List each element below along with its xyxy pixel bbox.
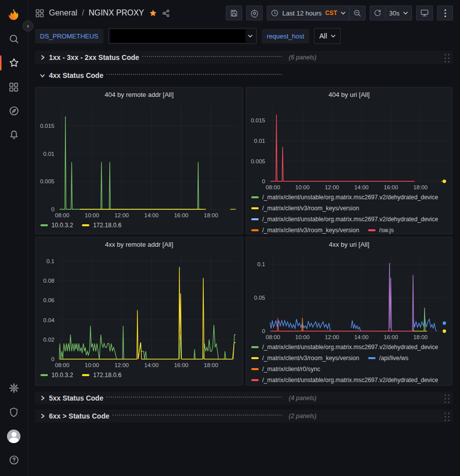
legend-series-label: /api/live/ws bbox=[379, 355, 409, 362]
panel-title: 404 by remote addr [All] bbox=[104, 91, 173, 98]
legend-item[interactable]: /_matrix/client/r0/sync bbox=[251, 366, 320, 373]
apps-grid-icon bbox=[35, 8, 44, 18]
refresh-controls: 30s bbox=[370, 5, 412, 20]
kebab-menu-icon bbox=[444, 9, 447, 17]
legend-item[interactable]: /sw.js bbox=[368, 227, 394, 234]
dashboard-toolbar: Last 12 hours CST 30s bbox=[226, 5, 453, 20]
gear-icon bbox=[250, 9, 259, 17]
row-header-5xx[interactable]: 5xx Status Code (4 panels) bbox=[35, 392, 453, 405]
svg-text:0.01: 0.01 bbox=[43, 151, 54, 157]
legend-series-label: /_matrix/client/unstable/org.matrix.msc2… bbox=[262, 344, 438, 351]
legend-item[interactable]: /_matrix/client/unstable/org.matrix.msc2… bbox=[251, 216, 438, 223]
sidebar-item-search[interactable] bbox=[0, 27, 27, 51]
panel-404-by-remote-addr: 404 by remote addr [All] 00.0050.010.015… bbox=[35, 87, 243, 234]
time-series-canvas[interactable]: 00.050.108:0010:0012:0014:0016:0018:00 bbox=[246, 251, 452, 342]
chevron-right-icon bbox=[39, 395, 46, 401]
sidebar-item-starred[interactable] bbox=[0, 51, 27, 75]
panel-header[interactable]: 4xx by remote addr [All] bbox=[35, 237, 243, 251]
row-header-6xx[interactable]: 6xx > Status Code (2 panels) bbox=[35, 410, 453, 423]
svg-text:10:00: 10:00 bbox=[295, 334, 310, 340]
legend-item[interactable]: /_matrix/client/unstable/org.matrix.msc2… bbox=[251, 344, 438, 351]
svg-text:0.015: 0.015 bbox=[40, 123, 54, 129]
svg-text:08:00: 08:00 bbox=[55, 212, 69, 218]
time-series-canvas[interactable]: 00.0050.010.01508:0010:0012:0014:0016:00… bbox=[35, 101, 243, 220]
legend-item[interactable]: 10.0.3.2 bbox=[40, 222, 73, 229]
time-range-label: Last 12 hours bbox=[282, 9, 322, 17]
sidebar: › bbox=[0, 0, 28, 476]
legend-item[interactable]: 172.18.0.6 bbox=[82, 372, 121, 379]
datasource-variable-label[interactable]: DS_PROMETHEUS bbox=[35, 29, 103, 43]
zoom-out-time-button[interactable] bbox=[350, 5, 366, 20]
sidebar-item-configuration[interactable] bbox=[0, 376, 27, 400]
sidebar-item-server-admin[interactable] bbox=[0, 400, 27, 424]
legend-item[interactable]: /_matrix/client/unstable/org.matrix.msc2… bbox=[251, 377, 438, 384]
time-series-canvas[interactable]: 00.020.040.060.080.108:0010:0012:0014:00… bbox=[35, 251, 243, 370]
star-filled-icon[interactable] bbox=[149, 9, 157, 17]
cycle-view-mode-button[interactable] bbox=[416, 5, 433, 20]
svg-text:14:00: 14:00 bbox=[144, 212, 159, 218]
legend-item[interactable]: 10.0.3.2 bbox=[40, 372, 73, 379]
row-panel-count: (6 panels) bbox=[289, 54, 317, 61]
panel-header[interactable]: 404 by uri [All] bbox=[246, 87, 452, 101]
dashboard-title[interactable]: NGINX PROXY bbox=[88, 8, 144, 17]
legend-series-swatch bbox=[40, 224, 48, 226]
legend-series-label: 10.0.3.2 bbox=[51, 222, 73, 229]
svg-text:0.08: 0.08 bbox=[43, 278, 54, 284]
sidebar-item-explore[interactable] bbox=[0, 99, 27, 123]
legend-series-swatch bbox=[40, 374, 48, 376]
sidebar-item-dashboards[interactable] bbox=[0, 75, 27, 99]
svg-text:0.04: 0.04 bbox=[43, 317, 55, 323]
clock-icon bbox=[271, 9, 279, 17]
settings-gear-icon bbox=[8, 383, 19, 394]
svg-text:0: 0 bbox=[262, 328, 265, 334]
row-drag-handle-icon[interactable] bbox=[443, 52, 450, 62]
breadcrumb-folder[interactable]: General bbox=[49, 8, 77, 17]
refresh-button[interactable] bbox=[370, 5, 386, 20]
panel-title: 404 by uri [All] bbox=[329, 91, 370, 98]
time-range-picker[interactable]: Last 12 hours CST bbox=[267, 5, 350, 20]
legend-item[interactable]: 172.18.0.6 bbox=[82, 222, 121, 229]
time-series-canvas[interactable]: 00.0050.010.01508:0010:0012:0014:0016:00… bbox=[246, 101, 452, 192]
chevron-down-icon bbox=[39, 72, 46, 78]
panel-404-by-uri: 404 by uri [All] 00.0050.010.01508:0010:… bbox=[246, 87, 453, 234]
legend-item[interactable]: /_matrix/client/v3/room_keys/version bbox=[251, 205, 359, 212]
sidebar-item-help[interactable] bbox=[0, 448, 27, 472]
sidebar-item-alerting[interactable] bbox=[0, 123, 27, 147]
refresh-interval-dropdown[interactable]: 30s bbox=[386, 5, 412, 20]
row-header-1xx-3xx-2xx[interactable]: 1xx - 3xx - 2xx Status Code (6 panels) bbox=[35, 51, 453, 64]
legend-item[interactable]: /_matrix/client/v3/room_keys/version bbox=[251, 355, 359, 362]
row-header-4xx[interactable]: 4xx Status Code bbox=[35, 69, 453, 82]
request-host-variable-select[interactable]: All bbox=[314, 28, 341, 44]
help-icon bbox=[8, 455, 19, 466]
chevron-down-icon bbox=[341, 11, 346, 14]
legend-item[interactable]: /api/live/ws bbox=[368, 355, 409, 362]
legend-series-swatch bbox=[251, 357, 259, 359]
svg-text:12:00: 12:00 bbox=[114, 362, 129, 368]
chevron-down-icon bbox=[331, 34, 336, 37]
svg-text:0.1: 0.1 bbox=[257, 261, 265, 267]
shield-icon bbox=[8, 407, 19, 418]
chevron-down-icon bbox=[248, 34, 253, 37]
svg-text:0: 0 bbox=[262, 178, 265, 184]
kebab-menu-button[interactable] bbox=[437, 5, 453, 20]
legend-item[interactable]: /_matrix/client/v3/room_keys/version bbox=[251, 227, 359, 234]
request-host-variable-value: All bbox=[319, 32, 327, 40]
legend-series-swatch bbox=[251, 379, 259, 381]
share-icon[interactable] bbox=[162, 9, 170, 17]
row-drag-handle-icon[interactable] bbox=[443, 393, 450, 403]
refresh-interval-label: 30s bbox=[389, 9, 400, 17]
sidebar-expand-button[interactable]: › bbox=[22, 20, 33, 31]
sidebar-item-profile[interactable] bbox=[0, 424, 27, 448]
datasource-variable-select[interactable] bbox=[108, 28, 257, 44]
legend-item[interactable]: /_matrix/client/unstable/org.matrix.msc2… bbox=[251, 194, 438, 201]
legend-series-swatch bbox=[251, 346, 259, 348]
panel-header[interactable]: 4xx by uri [All] bbox=[246, 237, 452, 251]
row-drag-handle-icon[interactable] bbox=[443, 411, 450, 421]
dashboard-settings-button[interactable] bbox=[246, 5, 263, 20]
request-host-variable-label[interactable]: request_host bbox=[262, 29, 309, 43]
save-dashboard-button[interactable] bbox=[226, 5, 242, 20]
grafana-logo-icon bbox=[6, 8, 21, 23]
svg-text:16:00: 16:00 bbox=[174, 362, 188, 368]
row-dotted-leader bbox=[112, 415, 282, 416]
panel-header[interactable]: 404 by remote addr [All] bbox=[35, 87, 243, 101]
